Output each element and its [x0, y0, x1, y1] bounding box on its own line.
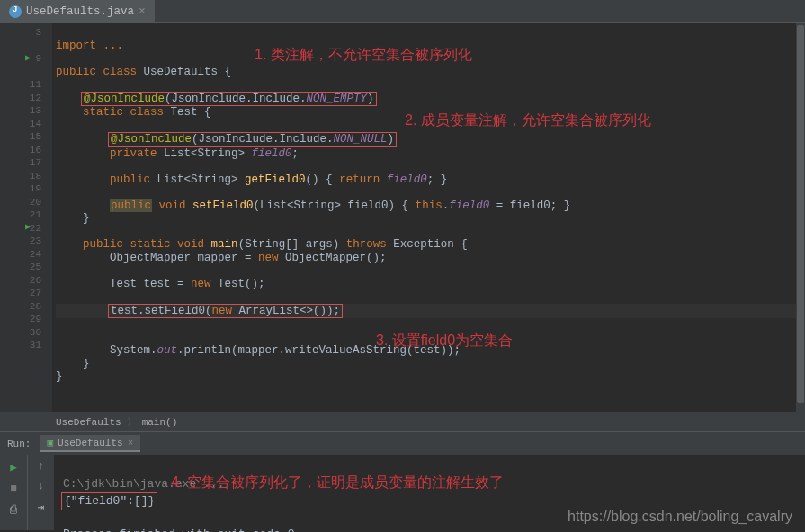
editor-area: 3 9 111213141516171819202122232425262728…: [0, 23, 805, 412]
watermark: https://blog.csdn.net/boling_cavalry: [568, 509, 792, 525]
code-text: import ...: [56, 40, 123, 52]
down-icon[interactable]: ↓: [38, 480, 45, 492]
java-icon: [9, 5, 22, 18]
boxed-annotation: @JsonInclude(JsonInclude.Include.NON_EMP…: [81, 92, 377, 107]
run-gutter-icon[interactable]: ▶: [25, 52, 31, 66]
tab-label: UseDefaults.java: [26, 5, 134, 18]
scrollbar-thumb[interactable]: [797, 25, 804, 403]
annotation-4: 4. 空集合被序列化了，证明是成员变量的注解生效了: [171, 474, 504, 491]
vertical-scrollbar[interactable]: [796, 23, 805, 412]
console-line: Process finished with exit code 0: [63, 528, 294, 532]
close-icon[interactable]: ×: [139, 4, 146, 18]
boxed-annotation: @JsonInclude(JsonInclude.Include.NON_NUL…: [108, 132, 397, 147]
rerun-button[interactable]: ▶: [6, 460, 21, 474]
boxed-code: test.setField0(new ArrayList<>());: [108, 304, 343, 319]
editor-tabs: UseDefaults.java ×: [0, 0, 805, 23]
annotation-1: 1. 类注解，不允许空集合被序列化: [255, 49, 472, 62]
console-toolbar-left2: ↑ ↓ ⇥: [27, 455, 54, 530]
camera-icon[interactable]: ⎙: [6, 503, 21, 518]
code-area[interactable]: import ... public class UseDefaults { @J…: [52, 23, 805, 412]
run-icon: ▣: [47, 437, 53, 448]
console-toolbar-left: ▶ ■ ⎙: [0, 455, 27, 530]
file-tab[interactable]: UseDefaults.java ×: [0, 0, 155, 23]
up-icon[interactable]: ↑: [38, 460, 45, 473]
line-gutter: 3 9 111213141516171819202122232425262728…: [0, 23, 49, 412]
annotation-2: 2. 成员变量注解，允许空集合被序列化: [405, 114, 651, 128]
boxed-output: {"field0":[]}: [61, 492, 157, 510]
stop-button[interactable]: ■: [6, 482, 21, 496]
soft-wrap-icon[interactable]: ⇥: [38, 500, 45, 514]
run-label: Run:: [7, 439, 31, 449]
run-gutter-icon[interactable]: ▶: [25, 221, 31, 235]
annotation-3: 3. 设置field0为空集合: [376, 334, 513, 348]
